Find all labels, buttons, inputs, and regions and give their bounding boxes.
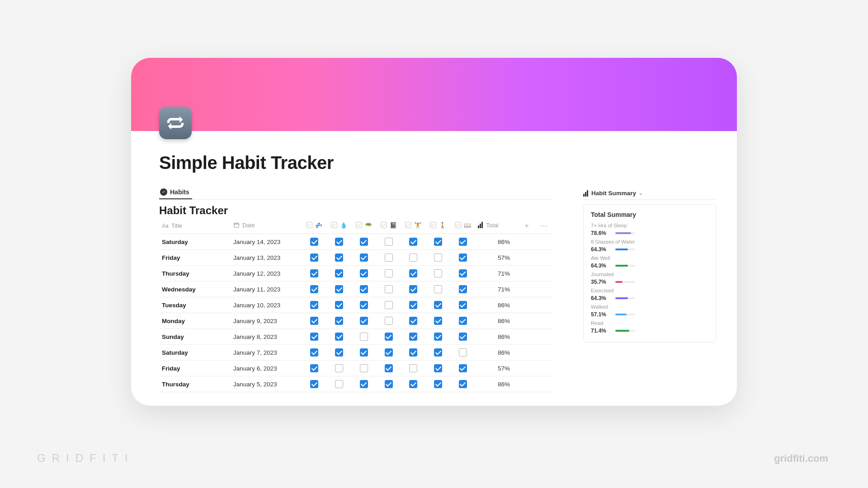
- habit-cell[interactable]: [327, 297, 352, 313]
- habit-cell[interactable]: [401, 297, 426, 313]
- table-row[interactable]: WednesdayJanuary 11, 202371%: [159, 282, 552, 297]
- habit-cell[interactable]: [327, 250, 352, 266]
- habit-cell[interactable]: [451, 297, 476, 313]
- checkbox[interactable]: [409, 238, 417, 246]
- checkbox[interactable]: [459, 348, 467, 357]
- checkbox[interactable]: [459, 380, 467, 388]
- summary-view-tab[interactable]: Habit Summary ⌄: [583, 187, 716, 200]
- checkbox[interactable]: [409, 333, 417, 341]
- habit-cell[interactable]: [451, 313, 476, 329]
- checkbox[interactable]: [459, 333, 467, 341]
- habit-cell[interactable]: [376, 282, 401, 297]
- checkbox[interactable]: [385, 317, 393, 325]
- habit-cell[interactable]: [376, 361, 401, 376]
- row-title[interactable]: Sunday: [159, 329, 231, 345]
- habit-cell[interactable]: [426, 234, 451, 250]
- habit-cell[interactable]: [327, 266, 352, 282]
- habit-cell[interactable]: [376, 297, 401, 313]
- checkbox[interactable]: [360, 253, 368, 262]
- habit-cell[interactable]: [352, 297, 377, 313]
- habit-cell[interactable]: [376, 313, 401, 329]
- habit-cell[interactable]: [302, 345, 327, 361]
- checkbox[interactable]: [360, 348, 368, 357]
- habit-cell[interactable]: [352, 313, 377, 329]
- checkbox[interactable]: [335, 333, 343, 341]
- checkbox[interactable]: [434, 380, 442, 388]
- habit-cell[interactable]: [426, 250, 451, 266]
- checkbox[interactable]: [459, 253, 467, 262]
- checkbox[interactable]: [335, 301, 343, 309]
- checkbox[interactable]: [360, 317, 368, 325]
- habit-cell[interactable]: [451, 250, 476, 266]
- habit-cell[interactable]: [401, 329, 426, 345]
- habit-cell[interactable]: [352, 361, 377, 376]
- table-row[interactable]: SundayJanuary 8, 202386%: [159, 329, 552, 345]
- habit-cell[interactable]: [327, 329, 352, 345]
- checkbox[interactable]: [459, 364, 467, 372]
- habit-cell[interactable]: [376, 250, 401, 266]
- checkbox[interactable]: [409, 269, 417, 277]
- checkbox[interactable]: [385, 269, 393, 277]
- checkbox[interactable]: [409, 364, 417, 372]
- habit-cell[interactable]: [401, 313, 426, 329]
- col-date[interactable]: Date: [231, 219, 302, 234]
- checkbox[interactable]: [459, 301, 467, 309]
- habit-cell[interactable]: [327, 376, 352, 392]
- more-columns-button[interactable]: ⋯: [535, 219, 552, 234]
- habit-cell[interactable]: [451, 329, 476, 345]
- habit-cell[interactable]: [451, 266, 476, 282]
- table-row[interactable]: FridayJanuary 13, 202357%: [159, 250, 552, 266]
- habit-cell[interactable]: [302, 329, 327, 345]
- checkbox[interactable]: [385, 238, 393, 246]
- habit-cell[interactable]: [426, 266, 451, 282]
- table-row[interactable]: ThursdayJanuary 5, 202386%: [159, 376, 552, 392]
- habit-cell[interactable]: [426, 313, 451, 329]
- col-habit-3[interactable]: 📓: [376, 219, 401, 234]
- habit-cell[interactable]: [401, 361, 426, 376]
- checkbox[interactable]: [459, 317, 467, 325]
- habit-cell[interactable]: [352, 282, 377, 297]
- checkbox[interactable]: [360, 333, 368, 341]
- habit-cell[interactable]: [401, 234, 426, 250]
- habit-cell[interactable]: [376, 266, 401, 282]
- habit-cell[interactable]: [352, 329, 377, 345]
- checkbox[interactable]: [385, 333, 393, 341]
- habit-cell[interactable]: [376, 329, 401, 345]
- checkbox[interactable]: [310, 238, 318, 246]
- checkbox[interactable]: [434, 301, 442, 309]
- checkbox[interactable]: [310, 380, 318, 388]
- habit-cell[interactable]: [451, 282, 476, 297]
- habit-cell[interactable]: [376, 376, 401, 392]
- habit-cell[interactable]: [451, 234, 476, 250]
- checkbox[interactable]: [310, 333, 318, 341]
- habit-cell[interactable]: [401, 250, 426, 266]
- habit-cell[interactable]: [327, 282, 352, 297]
- col-habit-5[interactable]: 🚶: [426, 219, 451, 234]
- checkbox[interactable]: [310, 348, 318, 357]
- habit-cell[interactable]: [327, 361, 352, 376]
- checkbox[interactable]: [310, 253, 318, 262]
- checkbox[interactable]: [459, 269, 467, 277]
- total-summary-card[interactable]: Total Summary 7+ Hrs of Sleep78.6%8 Glas…: [583, 204, 716, 343]
- checkbox[interactable]: [434, 253, 442, 262]
- habit-cell[interactable]: [426, 282, 451, 297]
- row-title[interactable]: Friday: [159, 361, 231, 376]
- row-title[interactable]: Saturday: [159, 345, 231, 361]
- checkbox[interactable]: [360, 238, 368, 246]
- checkbox[interactable]: [409, 348, 417, 357]
- habit-cell[interactable]: [451, 376, 476, 392]
- checkbox[interactable]: [360, 380, 368, 388]
- habit-cell[interactable]: [327, 313, 352, 329]
- col-total[interactable]: Total: [475, 219, 518, 234]
- habit-cell[interactable]: [302, 266, 327, 282]
- checkbox[interactable]: [385, 253, 393, 262]
- habit-cell[interactable]: [401, 345, 426, 361]
- col-habit-4[interactable]: 🏋️: [401, 219, 426, 234]
- table-row[interactable]: MondayJanuary 9, 202386%: [159, 313, 552, 329]
- checkbox[interactable]: [409, 285, 417, 293]
- col-habit-2[interactable]: 🥗: [352, 219, 377, 234]
- checkbox[interactable]: [310, 317, 318, 325]
- table-row[interactable]: TuesdayJanuary 10, 202386%: [159, 297, 552, 313]
- table-row[interactable]: FridayJanuary 6, 202357%: [159, 361, 552, 376]
- habit-cell[interactable]: [327, 345, 352, 361]
